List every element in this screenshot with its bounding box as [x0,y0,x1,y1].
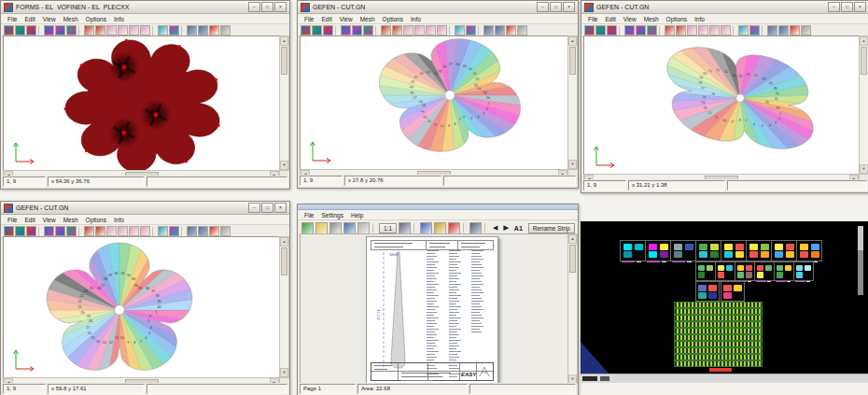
menu-item-file[interactable]: File [4,217,21,223]
vertical-scrollbar[interactable]: ▲ ▼ [279,236,289,378]
toolbar-icon[interactable] [584,25,595,35]
toolbar-icon[interactable] [455,25,465,35]
menu-item-edit[interactable]: Edit [601,16,619,22]
drawing-canvas[interactable]: 1234567891011121314151617181920212223242… [300,35,568,170]
toolbar-icon[interactable] [15,25,25,35]
toolbar-icon[interactable] [15,226,25,236]
toolbar-icon[interactable] [636,25,646,35]
toolbar-icon[interactable] [437,25,447,35]
toolbar-icon[interactable] [220,25,231,35]
titlebar[interactable]: GEFEN - CUT.GN – □ × [298,1,578,14]
menu-item-info[interactable]: Info [110,16,128,22]
printer-icon[interactable] [301,222,314,234]
toolbar-icon[interactable] [4,25,14,35]
minimize-button[interactable]: – [248,2,260,12]
toolbar-icon[interactable] [624,25,635,35]
print-setup-icon[interactable] [343,222,356,234]
toolbar-icon[interactable] [198,226,208,236]
close-button[interactable]: × [854,2,866,12]
toolbar-icon[interactable] [687,25,697,35]
vertical-scrollbar[interactable]: ▲ ▼ [859,35,868,175]
toolbar-icon[interactable] [209,25,219,35]
scroll-thumb[interactable] [281,247,287,275]
vertical-scrollbar[interactable]: ▲ ▼ [567,233,578,385]
image-frame-icon[interactable] [469,222,482,234]
toolbar-icon[interactable] [749,25,760,35]
minimize-button[interactable]: – [248,203,260,213]
pencil-icon[interactable] [434,222,446,234]
toolbar-icon[interactable] [381,25,391,35]
menu-item-view[interactable]: View [620,16,640,22]
toolbar-icon[interactable] [129,226,139,236]
toolbar-icon[interactable] [301,25,311,35]
close-button[interactable]: × [274,203,287,213]
scroll-up-icon[interactable]: ▲ [568,36,577,46]
menu-item-mesh[interactable]: Mesh [640,16,663,22]
toolbar-icon[interactable] [106,226,117,236]
toolbar-icon[interactable] [106,25,117,35]
toolbar-icon[interactable] [158,226,168,236]
toolbar-icon[interactable] [140,226,150,236]
menu-item-options[interactable]: Options [663,16,691,22]
titlebar[interactable]: GEFEN - CUT.GN – □ × [1,202,289,215]
minimize-button[interactable]: – [537,2,549,12]
scale-1-1-button[interactable]: 1:1 [379,223,397,233]
delete-pencil-icon[interactable] [448,222,460,234]
toolbar-icon[interactable] [95,226,105,236]
titlebar[interactable]: GEFEN - CUT.GN – □ × [581,1,868,14]
toolbar-icon[interactable] [66,25,77,35]
toolbar-icon[interactable] [698,25,708,35]
menu-item-edit[interactable]: Edit [317,16,335,22]
toolbar-icon[interactable] [595,25,606,35]
toolbar-icon[interactable] [140,25,150,35]
menu-item-options[interactable]: Options [379,16,407,22]
rename-strip-button[interactable]: Rename Strip [528,223,575,233]
menu-item-info[interactable]: Info [691,16,708,22]
scroll-down-icon[interactable]: ▼ [280,161,288,170]
toolbar-icon[interactable] [426,25,436,35]
toolbar-icon[interactable] [158,25,168,35]
toolbar-icon[interactable] [169,226,179,236]
preview-canvas[interactable]: 3408 17771 EASY [300,233,568,385]
toolbar-icon[interactable] [517,25,527,35]
toolbar-icon[interactable] [352,25,362,35]
copy-icon[interactable] [357,222,370,234]
export-icon[interactable] [329,222,342,234]
toolbar-icon[interactable] [129,25,139,35]
menu-item-view[interactable]: View [39,16,60,22]
toolbar-icon[interactable] [187,25,197,35]
menu-item-info[interactable]: Info [407,16,425,22]
menu-item-mesh[interactable]: Mesh [60,217,82,223]
toolbar-icon[interactable] [363,25,373,35]
scroll-thumb[interactable] [569,245,576,273]
toolbar-icon[interactable] [4,226,14,236]
menu-item-edit[interactable]: Edit [21,16,38,22]
scrollbar[interactable] [858,226,863,295]
toolbar-icon[interactable] [801,25,811,35]
toolbar-icon[interactable] [323,25,333,35]
toolbar-icon[interactable] [66,226,77,236]
toolbar-icon[interactable] [607,25,617,35]
close-button[interactable]: × [563,2,575,12]
menu-item-mesh[interactable]: Mesh [357,16,379,22]
toolbar-icon[interactable] [665,25,675,35]
fit-view-icon[interactable] [399,222,411,234]
scroll-up-icon[interactable]: ▲ [568,234,577,244]
scroll-thumb[interactable] [569,47,576,75]
maximize-button[interactable]: □ [261,2,273,12]
menu-item-edit[interactable]: Edit [21,217,38,223]
scroll-thumb[interactable] [861,47,867,75]
toolbar-icon[interactable] [95,25,105,35]
toolbar-icon[interactable] [738,25,749,35]
scroll-down-icon[interactable]: ▼ [860,164,868,174]
menu-item-options[interactable]: Options [82,217,110,223]
maximize-button[interactable]: □ [841,2,853,12]
close-button[interactable]: × [274,2,287,12]
maximize-button[interactable]: □ [261,203,273,213]
toolbar-icon[interactable] [55,25,65,35]
scroll-thumb[interactable] [281,47,287,75]
maximize-button[interactable]: □ [550,2,562,12]
toolbar-icon[interactable] [483,25,494,35]
toolbar-icon[interactable] [169,25,179,35]
previous-page-icon[interactable]: ◀ [491,224,499,232]
